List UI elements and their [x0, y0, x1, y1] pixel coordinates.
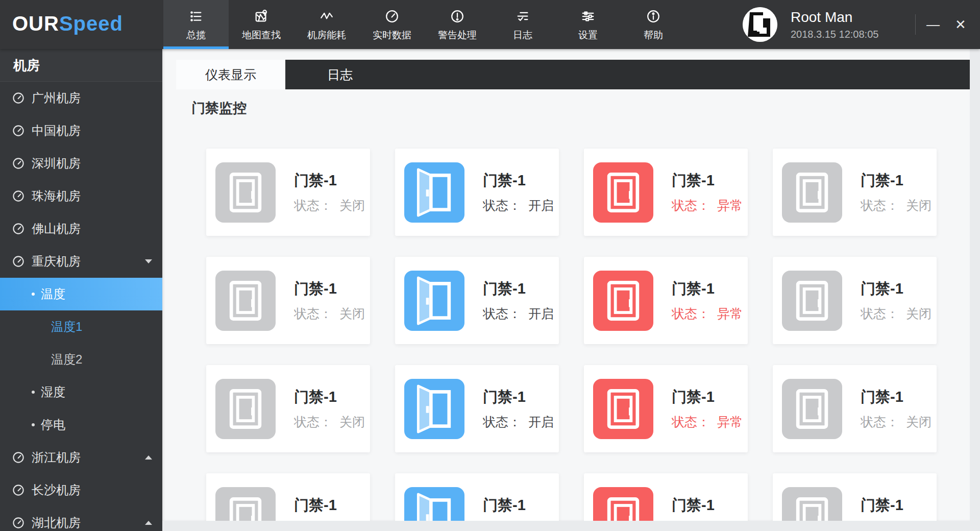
door-card[interactable]: 门禁-1状态：开启: [395, 149, 559, 236]
status-value: 异常: [717, 415, 743, 429]
door-closed-icon: [593, 379, 653, 439]
sidebar-list: 广州机房中国机房深圳机房珠海机房佛山机房重庆机房温度温度1温度2湿度停电浙江机房…: [0, 82, 162, 531]
door-card[interactable]: 门禁-1状态：异常: [584, 365, 748, 452]
topnav-item-help[interactable]: 帮助: [621, 0, 686, 49]
topnav-item-overview[interactable]: 总揽: [163, 0, 229, 49]
topnav-label: 地图查找: [242, 29, 281, 42]
door-closed-icon: [593, 162, 653, 223]
door-card-status: 状态：关闭: [861, 197, 932, 214]
top-bar: OURSpeed 总揽地图查找机房能耗实时数据警告处理日志设置帮助 Root M…: [0, 0, 980, 49]
top-nav: 总揽地图查找机房能耗实时数据警告处理日志设置帮助: [163, 0, 686, 49]
gauge-icon: [12, 516, 25, 529]
door-card[interactable]: 门禁-1状态：关闭: [773, 365, 937, 452]
energy-wave-icon: [319, 8, 334, 25]
topnav-item-settings[interactable]: 设置: [555, 0, 621, 49]
door-closed-icon: [215, 487, 276, 521]
datetime: 2018.3.15 12:08:05: [791, 29, 878, 40]
bullet-icon: [32, 423, 35, 426]
door-card-title: 门禁-1: [483, 279, 554, 299]
door-card-status: 状态：关闭: [861, 414, 932, 430]
door-closed-icon: [593, 271, 653, 331]
door-card-title: 门禁-1: [483, 171, 554, 191]
tab-bar: 仪表显示日志: [176, 60, 970, 89]
door-card[interactable]: 门禁-1状态：关闭: [206, 365, 370, 452]
door-card[interactable]: 门禁-1状态：关闭: [773, 473, 937, 521]
door-card-title: 门禁-1: [483, 387, 554, 407]
user-name: Root Man: [791, 9, 878, 26]
minimize-icon[interactable]: —: [918, 0, 948, 49]
sidebar-item-zhejiang[interactable]: 浙江机房: [0, 441, 162, 474]
chevron-up-icon[interactable]: [145, 455, 152, 460]
main-panel: 仪表显示日志 门禁监控 门禁-1状态：关闭门禁-1状态：开启门禁-1状态：异常门…: [162, 49, 970, 521]
door-card[interactable]: 门禁-1状态：关闭: [773, 149, 937, 236]
list-icon: [188, 8, 204, 25]
door-card[interactable]: 门禁-1状态：关闭: [206, 257, 370, 344]
door-card-grid: 门禁-1状态：关闭门禁-1状态：开启门禁-1状态：异常门禁-1状态：关闭门禁-1…: [206, 149, 937, 521]
sidebar-item-zhuhai[interactable]: 珠海机房: [0, 180, 162, 212]
topnav-item-logs[interactable]: 日志: [490, 0, 555, 49]
status-value: 关闭: [906, 415, 932, 429]
door-card[interactable]: 门禁-1状态：异常: [584, 473, 748, 521]
close-icon[interactable]: ✕: [945, 0, 976, 49]
sidebar-item-temperature-1[interactable]: 温度1: [0, 310, 162, 343]
door-card[interactable]: 门禁-1状态：开启: [395, 257, 559, 344]
status-label: 状态：: [861, 306, 899, 321]
sidebar-item-hubei[interactable]: 湖北机房: [0, 506, 162, 531]
topnav-item-alerts[interactable]: 警告处理: [425, 0, 490, 49]
chevron-down-icon[interactable]: [145, 259, 152, 263]
avatar[interactable]: [743, 7, 777, 42]
sidebar-item-china[interactable]: 中国机房: [0, 114, 162, 147]
sidebar-item-label: 深圳机房: [32, 155, 81, 172]
gauge-icon: [12, 189, 25, 203]
sidebar-item-label: 停电: [41, 417, 65, 433]
log-icon: [515, 8, 530, 25]
sidebar-item-shenzhen[interactable]: 深圳机房: [0, 147, 162, 180]
status-label: 状态：: [861, 198, 899, 212]
door-card-status: 状态：开启: [483, 305, 554, 322]
sidebar-item-humidity[interactable]: 湿度: [0, 376, 162, 408]
door-card[interactable]: 门禁-1状态：开启: [395, 473, 559, 521]
status-value: 开启: [528, 306, 554, 321]
sidebar-item-label: 长沙机房: [32, 482, 81, 498]
sidebar-item-label: 温度2: [51, 351, 82, 368]
topnav-item-realtime[interactable]: 实时数据: [359, 0, 425, 49]
door-card[interactable]: 门禁-1状态：关闭: [206, 149, 370, 236]
gauge-icon: [12, 484, 25, 497]
tab-log[interactable]: 日志: [285, 60, 395, 89]
door-closed-icon: [593, 487, 653, 521]
door-card[interactable]: 门禁-1状态：关闭: [773, 257, 937, 344]
status-label: 状态：: [672, 306, 710, 321]
door-card-title: 门禁-1: [861, 495, 932, 516]
door-closed-icon: [782, 162, 842, 223]
door-card[interactable]: 门禁-1状态：异常: [584, 257, 748, 344]
door-card-title: 门禁-1: [294, 495, 365, 516]
chevron-up-icon[interactable]: [145, 521, 152, 525]
gauge-icon: [12, 157, 25, 170]
topnav-item-energy[interactable]: 机房能耗: [294, 0, 359, 49]
sidebar-item-temperature[interactable]: 温度: [0, 278, 162, 310]
sidebar-item-power-off[interactable]: 停电: [0, 408, 162, 441]
door-card-status: 状态：关闭: [294, 305, 365, 322]
sidebar-item-chongqing[interactable]: 重庆机房: [0, 245, 162, 278]
door-card[interactable]: 门禁-1状态：异常: [584, 149, 748, 236]
door-card-status: 状态：开启: [483, 197, 554, 214]
status-value: 开启: [528, 415, 554, 429]
topnav-label: 帮助: [644, 29, 663, 42]
section-title: 门禁监控: [191, 99, 247, 117]
door-card[interactable]: 门禁-1状态：开启: [395, 365, 559, 452]
gauge-icon: [12, 124, 25, 137]
gauge-icon: [12, 451, 25, 464]
sidebar-item-temperature-2[interactable]: 温度2: [0, 343, 162, 376]
gauge-icon: [12, 91, 25, 105]
logo-part-2: Speed: [59, 12, 123, 35]
topnav-label: 日志: [513, 29, 532, 42]
sidebar-item-foshan[interactable]: 佛山机房: [0, 212, 162, 245]
sidebar-header: 机房: [0, 49, 162, 82]
door-card[interactable]: 门禁-1状态：关闭: [206, 473, 370, 521]
sidebar-item-label: 湿度: [41, 384, 65, 400]
topnav-item-map[interactable]: 地图查找: [229, 0, 294, 49]
sidebar-item-guangzhou[interactable]: 广州机房: [0, 82, 162, 114]
sidebar-item-changsha[interactable]: 长沙机房: [0, 474, 162, 506]
active-tab-underline: [163, 46, 229, 49]
tab-gauges[interactable]: 仪表显示: [176, 60, 285, 89]
